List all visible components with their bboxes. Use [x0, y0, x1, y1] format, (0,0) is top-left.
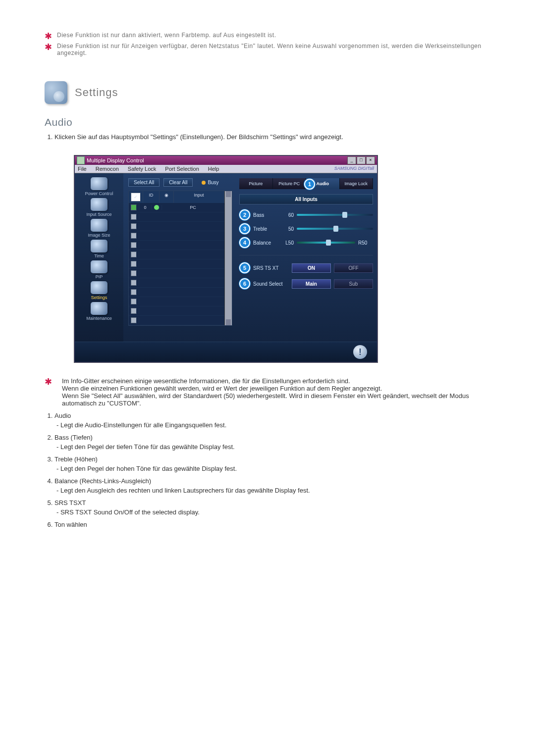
clear-all-button[interactable]: Clear All: [163, 178, 193, 187]
grid-scrollbar[interactable]: [224, 191, 232, 325]
menu-port-selection[interactable]: Port Selection: [165, 166, 199, 172]
slider-treble: 3Treble50: [239, 223, 373, 234]
sidebar-icon: [91, 260, 107, 273]
sidebar-item-label: Maintenance: [86, 316, 112, 321]
menu-help[interactable]: Help: [208, 166, 219, 172]
sidebar-item-time[interactable]: Time: [91, 240, 107, 258]
table-row[interactable]: [129, 259, 224, 269]
sidebar-item-pip[interactable]: PIP: [91, 260, 107, 279]
display-grid: ✓ ID ◉ Input 0PC: [128, 191, 232, 326]
row-checkbox[interactable]: [131, 317, 137, 323]
row-checkbox[interactable]: [131, 214, 137, 220]
titlebar: Multiple Display Control _ □ ×: [75, 156, 377, 165]
table-row[interactable]: [129, 212, 224, 222]
center-pane: Select All Clear All Busy ✓ ID ◉ Input 0…: [123, 173, 237, 342]
table-row[interactable]: [129, 222, 224, 231]
slider-thumb[interactable]: [326, 240, 331, 246]
list-item-desc: - Legt den Ausgleich des rechten und lin…: [56, 487, 490, 494]
sidebar-item-label: Input Source: [86, 212, 111, 217]
slider-bass: 2Bass60: [239, 209, 373, 220]
busy-indicator: Busy: [202, 180, 218, 185]
menu-remocon[interactable]: Remocon: [96, 166, 119, 172]
tab-picture[interactable]: Picture: [239, 178, 273, 189]
sidebar-icon: [91, 177, 107, 190]
slider-track[interactable]: [297, 228, 373, 230]
option-label: SRS TS XT: [253, 265, 289, 271]
sidebar-icon: [91, 198, 107, 211]
sidebar-item-power-control[interactable]: Power Control: [85, 177, 113, 196]
sidebar-icon: [91, 240, 107, 252]
mdc-window: Multiple Display Control _ □ × File Remo…: [74, 155, 377, 362]
slider-label: Balance: [253, 240, 278, 246]
slider-thumb[interactable]: [342, 212, 347, 218]
menu-safety-lock[interactable]: Safety Lock: [128, 166, 156, 172]
table-row[interactable]: [129, 250, 224, 259]
maximize-button[interactable]: □: [357, 156, 366, 164]
sidebar-item-settings[interactable]: Settings: [91, 281, 107, 300]
row-checkbox[interactable]: [131, 299, 137, 304]
row-checkbox[interactable]: [131, 204, 137, 210]
sidebar-icon: [91, 281, 107, 294]
row-checkbox[interactable]: [131, 289, 137, 295]
sidebar-item-image-size[interactable]: Image Size: [88, 219, 110, 238]
tab-label: Picture PC: [278, 181, 300, 186]
table-row[interactable]: [129, 306, 224, 316]
header-checkbox[interactable]: ✓: [131, 193, 141, 202]
top-notes: ✱ Diese Funktion ist nur dann aktiviert,…: [45, 32, 490, 56]
slider-label: Bass: [253, 212, 278, 218]
row-checkbox[interactable]: [131, 270, 137, 276]
row-checkbox[interactable]: [131, 261, 137, 267]
row-checkbox[interactable]: [131, 280, 137, 286]
table-row[interactable]: 0PC: [129, 203, 224, 212]
intro-list: Klicken Sie auf das Hauptsymbol "Setting…: [54, 133, 490, 141]
sidebar-item-label: PIP: [96, 274, 103, 279]
table-row[interactable]: [129, 231, 224, 241]
audio-heading: Audio: [45, 116, 490, 128]
table-row[interactable]: [129, 278, 224, 288]
sidebar-item-label: Image Size: [88, 233, 110, 238]
row-checkbox[interactable]: [131, 223, 137, 229]
slider-thumb[interactable]: [333, 226, 338, 232]
list-item-desc: - Legt den Pegel der tiefen Töne für das…: [56, 443, 490, 451]
note-1: ✱ Diese Funktion ist nur dann aktiviert,…: [45, 32, 490, 41]
slider-track[interactable]: [297, 242, 355, 244]
row-checkbox[interactable]: [131, 252, 137, 257]
busy-label: Busy: [208, 180, 218, 185]
option-sub-button[interactable]: Sub: [334, 279, 373, 289]
row-checkbox[interactable]: [131, 242, 137, 248]
table-row[interactable]: [129, 269, 224, 278]
slider-track[interactable]: [297, 214, 373, 216]
option-on-button[interactable]: ON: [292, 263, 331, 273]
intro-item-1: Klicken Sie auf das Hauptsymbol "Setting…: [54, 133, 490, 141]
minimize-button[interactable]: _: [347, 156, 356, 164]
option-off-button[interactable]: OFF: [334, 263, 373, 273]
list-item: Ton wählen: [54, 521, 490, 528]
table-row[interactable]: [129, 288, 224, 297]
tab-image-lock[interactable]: Image Lock: [340, 178, 374, 189]
settings-icon: [45, 81, 67, 104]
list-item: Audio- Legt die Audio-Einstellungen für …: [54, 412, 490, 429]
menu-file[interactable]: File: [78, 166, 87, 172]
note-1-text: Diese Funktion ist nur dann aktiviert, w…: [57, 32, 276, 39]
sidebar-item-maintenance[interactable]: Maintenance: [86, 302, 112, 321]
tab-audio[interactable]: 1Audio: [306, 178, 340, 189]
tab-picture-pc[interactable]: Picture PC: [273, 178, 307, 189]
tab-label: Image Lock: [344, 181, 368, 186]
note-2-text: Diese Funktion ist nur für Anzeigen verf…: [57, 43, 490, 56]
table-row[interactable]: [129, 316, 224, 325]
busy-dot-icon: [202, 181, 206, 185]
option-main-button[interactable]: Main: [292, 279, 331, 289]
sidebar-item-label: Power Control: [85, 191, 113, 196]
sidebar-item-input-source[interactable]: Input Source: [86, 198, 111, 217]
sidebar: Power ControlInput SourceImage SizeTimeP…: [75, 173, 123, 342]
row-checkbox[interactable]: [131, 233, 137, 239]
row-checkbox[interactable]: [131, 308, 137, 314]
col-input: Input: [174, 191, 224, 203]
statusbar: !: [75, 342, 377, 362]
callout-6: 6: [239, 278, 250, 289]
close-button[interactable]: ×: [366, 156, 375, 164]
table-row[interactable]: [129, 241, 224, 250]
table-row[interactable]: [129, 297, 224, 306]
select-all-button[interactable]: Select All: [128, 178, 160, 187]
list-item-desc: - Legt die Audio-Einstellungen für alle …: [56, 421, 490, 429]
